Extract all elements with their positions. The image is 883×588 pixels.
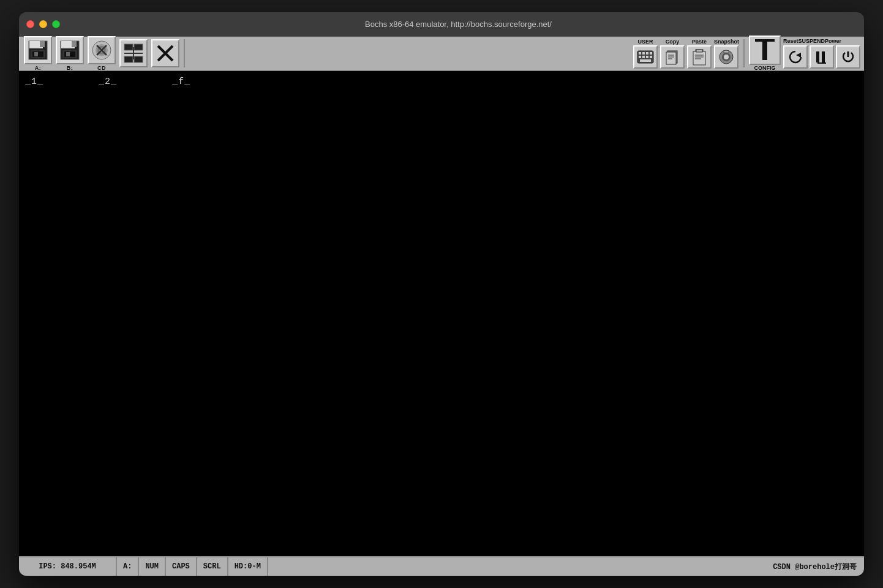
suspend-icon	[814, 49, 830, 65]
svg-rect-18	[124, 44, 133, 50]
network-icon	[119, 39, 148, 67]
svg-rect-50	[724, 51, 729, 53]
rsp-label: ResetSUSPENDPower	[783, 38, 841, 44]
screen-text: _1_ _2_ _f_	[25, 76, 190, 88]
power-icon	[840, 49, 856, 65]
suspend-label: SUSPEND	[798, 38, 825, 44]
snapshot-label: Snapshot	[714, 39, 739, 45]
config-area: CONFIG	[749, 36, 781, 71]
keyboard-icon	[637, 48, 654, 66]
main-window: Bochs x86-64 emulator, http://bochs.sour…	[19, 12, 864, 576]
status-hd: HD:0-M	[228, 557, 268, 576]
cd-icon	[88, 36, 116, 64]
svg-rect-19	[134, 44, 143, 50]
svg-marker-53	[796, 53, 801, 58]
paste-label: Paste	[692, 39, 707, 45]
svg-rect-29	[646, 52, 648, 55]
svg-rect-54	[816, 51, 819, 62]
screen-content: _1_ _2_ _f_	[19, 71, 864, 556]
svg-rect-32	[642, 56, 645, 58]
floppy-b-svg	[59, 40, 80, 61]
close-button[interactable]	[26, 20, 34, 28]
user-label: USER	[637, 39, 653, 45]
floppy-b-button[interactable]: B:	[54, 35, 85, 72]
svg-rect-28	[642, 52, 645, 55]
x-svg	[154, 42, 176, 64]
svg-rect-33	[646, 56, 648, 58]
snapshot-section: Snapshot	[714, 39, 739, 69]
floppy-a-button[interactable]: A:	[23, 35, 53, 72]
svg-rect-42	[693, 51, 705, 65]
power-button[interactable]	[836, 45, 860, 69]
svg-rect-34	[650, 56, 652, 58]
reset-button[interactable]	[783, 45, 808, 69]
floppy-a-icon	[24, 36, 52, 64]
toolbar-left: A: B:	[23, 35, 632, 72]
paste-button[interactable]	[687, 45, 712, 69]
snapshot-icon	[718, 48, 735, 66]
copy-section: Copy	[660, 39, 685, 69]
close-icon-btn[interactable]	[150, 38, 181, 69]
copy-label: Copy	[666, 39, 680, 45]
titlebar: Bochs x86-64 emulator, http://bochs.sour…	[19, 12, 864, 37]
user-button[interactable]	[633, 45, 658, 69]
rsp-area: ResetSUSPENDPower	[783, 38, 860, 69]
user-section: USER	[633, 39, 658, 69]
paste-icon	[691, 48, 708, 66]
svg-rect-37	[666, 52, 676, 64]
reset-icon	[787, 49, 803, 65]
toolbar: A: B:	[19, 37, 864, 71]
suspend-button[interactable]	[810, 45, 834, 69]
svg-rect-8	[72, 41, 77, 47]
svg-rect-21	[134, 56, 143, 62]
toolbar-divider-2	[743, 39, 745, 67]
status-watermark: CSDN @borehole打洞哥	[268, 557, 864, 576]
floppy-a-label: A:	[35, 65, 42, 71]
emulator-screen[interactable]: _1_ _2_ _f_	[19, 71, 864, 556]
floppy-a-svg	[28, 40, 48, 61]
maximize-button[interactable]	[52, 20, 60, 28]
power-label-txt: Power	[825, 38, 841, 44]
status-scrl: SCRL	[197, 557, 228, 576]
cd-button[interactable]: CD	[86, 35, 117, 72]
svg-rect-35	[640, 59, 651, 62]
svg-rect-43	[696, 50, 702, 52]
svg-rect-30	[650, 52, 652, 55]
network-button[interactable]	[118, 38, 149, 69]
status-ips: IPS: 848.954M	[19, 557, 117, 576]
minimize-button[interactable]	[39, 20, 47, 28]
svg-rect-52	[762, 42, 767, 60]
svg-point-49	[724, 55, 729, 59]
svg-rect-2	[40, 41, 45, 47]
traffic-lights	[26, 20, 60, 28]
svg-rect-5	[34, 52, 38, 56]
floppy-b-icon	[56, 36, 84, 64]
cd-label: CD	[97, 65, 106, 71]
floppy-b-label: B:	[67, 65, 73, 71]
status-a-drive: A:	[117, 557, 139, 576]
cd-svg	[91, 39, 113, 61]
user-buttons	[633, 45, 658, 69]
toolbar-divider	[184, 39, 185, 67]
window-title: Bochs x86-64 emulator, http://bochs.sour…	[60, 20, 857, 29]
svg-rect-11	[66, 52, 70, 56]
svg-rect-31	[639, 56, 641, 58]
snapshot-buttons	[714, 45, 738, 69]
reset-section: ResetSUSPENDPower	[783, 38, 860, 69]
config-label: CONFIG	[754, 65, 776, 71]
svg-rect-27	[639, 52, 641, 55]
rsp-buttons	[783, 45, 860, 69]
config-t-button[interactable]	[749, 36, 781, 65]
paste-section: Paste	[687, 39, 712, 69]
t-icon	[754, 38, 776, 62]
copy-button[interactable]	[660, 45, 685, 69]
paste-buttons	[687, 45, 712, 69]
x-icon	[151, 39, 179, 67]
toolbar-right: USER	[633, 36, 860, 71]
status-num: NUM	[139, 557, 166, 576]
copy-buttons	[660, 45, 685, 69]
snapshot-button[interactable]	[714, 45, 738, 69]
net-svg	[122, 42, 145, 64]
svg-rect-55	[822, 51, 825, 62]
copy-icon	[664, 48, 681, 66]
